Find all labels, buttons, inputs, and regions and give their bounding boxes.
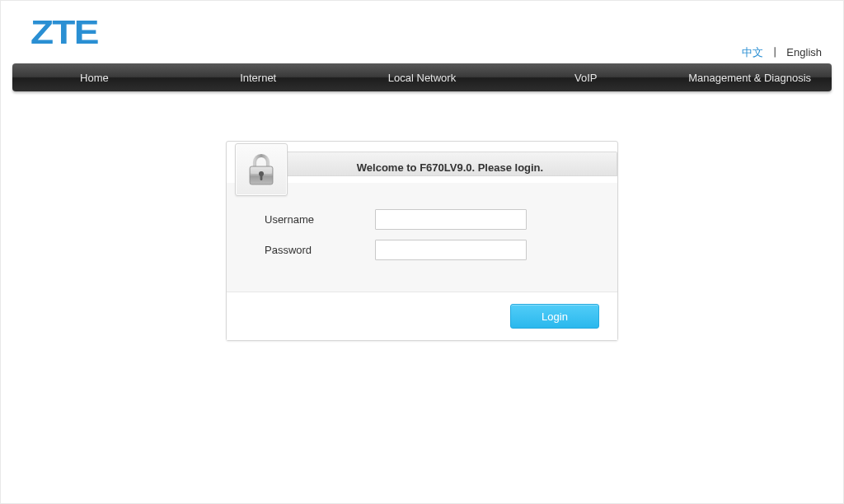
svg-rect-3 xyxy=(260,175,263,180)
username-label: Username xyxy=(227,213,375,226)
password-row: Password xyxy=(227,240,617,260)
login-form: Username Password xyxy=(227,183,617,292)
header: ZTE 中文 丨 English xyxy=(1,1,843,63)
password-label: Password xyxy=(227,244,375,256)
navbar: Home Internet Local Network VoIP Managem… xyxy=(12,63,832,91)
login-card: Welcome to F670LV9.0. Please login. User… xyxy=(226,141,618,341)
login-header: Welcome to F670LV9.0. Please login. xyxy=(227,142,617,183)
nav-voip[interactable]: VoIP xyxy=(504,72,668,84)
lang-english-link[interactable]: English xyxy=(786,46,822,58)
login-title: Welcome to F670LV9.0. Please login. xyxy=(299,161,617,174)
nav-home[interactable]: Home xyxy=(12,72,176,84)
logo: ZTE xyxy=(30,14,98,51)
lang-chinese-link[interactable]: 中文 xyxy=(742,46,763,58)
login-button[interactable]: Login xyxy=(510,304,599,329)
language-switcher: 中文 丨 English xyxy=(742,45,822,60)
nav-management-diagnosis[interactable]: Management & Diagnosis xyxy=(668,72,832,84)
nav-internet[interactable]: Internet xyxy=(176,72,340,84)
lock-icon xyxy=(235,143,288,196)
login-footer: Login xyxy=(227,292,617,340)
username-input[interactable] xyxy=(375,209,527,230)
username-row: Username xyxy=(227,209,617,230)
password-input[interactable] xyxy=(375,240,527,260)
nav-local-network[interactable]: Local Network xyxy=(340,72,504,84)
lang-separator: 丨 xyxy=(770,46,781,58)
